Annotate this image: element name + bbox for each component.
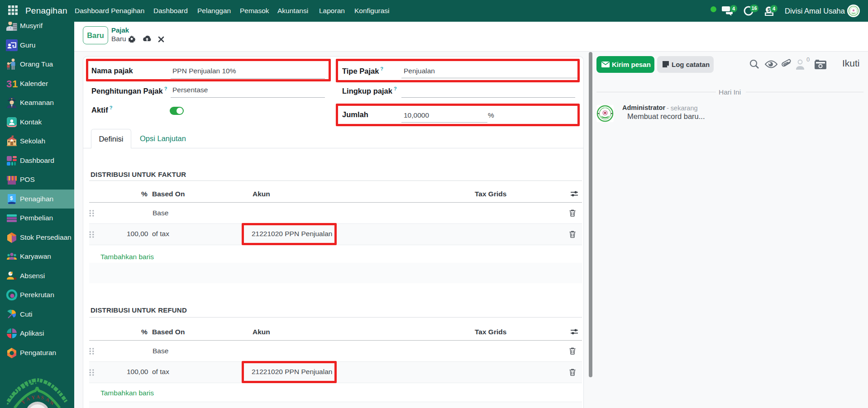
- svg-text:Y: Y: [20, 399, 26, 405]
- svg-text:A: A: [36, 394, 40, 399]
- svg-text:N: N: [49, 399, 55, 406]
- svg-text:$: $: [10, 195, 13, 201]
- svg-text:A: A: [45, 397, 50, 403]
- svg-text:S: S: [41, 394, 44, 400]
- svg-text:A: A: [25, 396, 31, 402]
- svg-text:Y: Y: [31, 394, 35, 400]
- svg-text:3: 3: [6, 78, 12, 90]
- svg-text:1: 1: [12, 78, 18, 90]
